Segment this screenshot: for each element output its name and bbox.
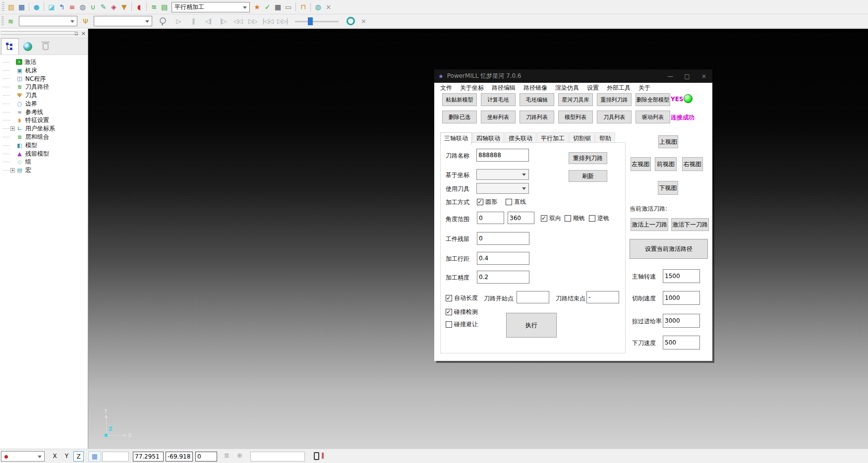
line-checkbox[interactable]: 直线 (506, 198, 526, 206)
close-toolbar-icon[interactable]: × (323, 1, 334, 12)
tree-item[interactable]: + › 激活 (3, 58, 88, 66)
view-right-button[interactable]: 右视图 (682, 157, 703, 171)
toolpath-name-input[interactable] (476, 149, 529, 162)
axis-y-button[interactable]: Y (61, 451, 72, 462)
tool-select-dropdown[interactable] (94, 16, 152, 26)
save-file-icon[interactable]: ▦ (16, 1, 27, 12)
tree-item[interactable]: + ≋ 刀具路径 (3, 83, 88, 91)
rewind-icon[interactable]: ◁◁ (232, 16, 244, 27)
feature-set-icon[interactable]: ▼ (119, 1, 129, 12)
barrels-icon[interactable]: ◍ (313, 1, 323, 12)
clipboard-icon[interactable] (314, 452, 319, 460)
menu-item[interactable]: 设置 (583, 84, 603, 92)
tree-item[interactable]: + ∟ 用户坐标系 (3, 124, 88, 133)
checkbox-box[interactable] (565, 215, 571, 222)
pattern-draw-icon[interactable]: ✎ (98, 1, 109, 12)
tab-web-browser[interactable] (19, 38, 37, 55)
checkbox-box[interactable] (506, 199, 512, 205)
end-point-input[interactable] (586, 291, 619, 303)
auto-length-checkbox[interactable]: 自动长度 (446, 294, 478, 302)
menu-item[interactable]: 关于 (635, 84, 654, 92)
view-top-button[interactable]: 上视图 (658, 135, 678, 148)
stepover-input[interactable] (477, 252, 529, 265)
open-file-icon[interactable]: ▨ (6, 1, 16, 12)
view-left-button[interactable]: 左视图 (631, 157, 651, 171)
climb-mill-checkbox[interactable]: 顺铣 (565, 214, 585, 223)
collision-check-icon[interactable]: ◖ (134, 1, 144, 12)
coordinate-y-input[interactable] (166, 452, 193, 462)
tree-item[interactable]: + ≡ 层和组合 (3, 133, 88, 141)
tree-item[interactable]: + Ψ 刀具 (3, 91, 88, 100)
cutting-feed-input[interactable] (663, 291, 700, 305)
tree-expander-icon[interactable]: + (10, 168, 15, 173)
toolbar-grip[interactable] (1, 16, 4, 26)
tree-item[interactable]: + ◧ 模型 (3, 141, 88, 150)
close-toolbar-icon[interactable]: × (358, 17, 369, 25)
status-input-wide[interactable] (250, 452, 305, 462)
strategy-tab[interactable]: 三轴联动 (440, 132, 472, 145)
collision-avoid-checkbox[interactable]: 碰撞避让 (446, 320, 478, 329)
tab-recycle-bin[interactable] (37, 38, 55, 55)
tolerance-input[interactable] (477, 271, 529, 284)
dialog-action-button[interactable]: 星河刀具库 (558, 93, 593, 106)
skim-feed-input[interactable] (663, 314, 700, 328)
angle-to-input[interactable] (508, 212, 534, 224)
refresh-button[interactable]: 刷新 (569, 170, 607, 182)
dialog-titlebar[interactable]: ★ PowerMILL 忆梦星河 7.0.6 — □ × (434, 69, 712, 83)
tree-item[interactable]: + ○ 边界 (3, 100, 88, 108)
checkbox-box[interactable] (446, 309, 452, 315)
tree-item[interactable]: + ◫ NC程序 (3, 75, 88, 83)
toolpath-check-icon[interactable]: ✓ (262, 1, 273, 12)
strategy-dropdown[interactable]: 平行精加工 (172, 2, 250, 12)
axis-x-button[interactable]: X (50, 451, 60, 462)
close-button[interactable]: × (695, 73, 712, 80)
maximize-button[interactable]: □ (679, 73, 695, 80)
activate-next-button[interactable]: 激活下一刀路 (671, 218, 709, 231)
menu-item[interactable]: 路径镜像 (520, 84, 551, 92)
light-bulb-icon[interactable] (157, 16, 167, 27)
panel-grip[interactable] (1, 33, 78, 35)
separator[interactable] (144, 2, 149, 12)
checkbox-box[interactable] (541, 215, 547, 222)
dialog-action-button[interactable]: 刀路列表 (520, 111, 554, 123)
separator[interactable] (129, 2, 134, 12)
panel-close-icon[interactable]: × (81, 30, 86, 37)
tree-expander-icon[interactable]: + (10, 126, 15, 131)
ruler-icon[interactable]: ▭ (283, 1, 293, 12)
stock-allowance-input[interactable] (477, 232, 529, 245)
rearrange-toolpath-button[interactable]: 重排列刀路 (569, 152, 607, 164)
fast-forward-icon[interactable]: ▷▷ (247, 16, 259, 27)
leads-links-icon[interactable]: ≡ (67, 1, 77, 12)
slider-handle[interactable] (308, 17, 313, 25)
activate-prev-button[interactable]: 激活上一刀路 (631, 218, 668, 231)
dialog-action-button[interactable]: 刀具列表 (597, 111, 632, 123)
step-back-icon[interactable]: ◁| (202, 16, 214, 27)
dialog-action-button[interactable]: 驱动列表 (636, 111, 670, 123)
set-active-path-button[interactable]: 设置当前激活路径 (630, 239, 708, 259)
use-tool-dropdown[interactable] (476, 183, 529, 194)
status-input-small[interactable] (102, 452, 129, 462)
toolpath-select-dropdown[interactable] (19, 16, 77, 26)
play-icon[interactable]: ▷ (173, 16, 184, 27)
sphere-icon[interactable]: ● (31, 1, 42, 12)
tree-item[interactable]: + ◗ 特征设置 (3, 116, 88, 125)
axis-z-button[interactable]: Z (73, 451, 84, 462)
panel-float-icon[interactable]: ▫ (74, 30, 78, 37)
view-bottom-button[interactable]: 下视图 (658, 181, 678, 195)
toolbar-grip[interactable] (2, 2, 4, 12)
view-front-button[interactable]: 前视图 (655, 157, 677, 171)
calculator-icon[interactable]: ▦ (273, 1, 283, 12)
points-icon[interactable]: ◈ (109, 1, 119, 12)
separator[interactable] (293, 2, 298, 12)
dialog-action-button[interactable]: 计算毛坯 (481, 93, 516, 106)
checkbox-box[interactable] (589, 215, 595, 222)
go-start-icon[interactable]: |◁◁ (262, 16, 274, 27)
minimize-button[interactable]: — (662, 73, 679, 80)
angle-from-input[interactable] (477, 212, 504, 224)
collision-detect-checkbox[interactable]: 碰撞检测 (446, 308, 478, 316)
status-dropdown[interactable] (1, 451, 45, 462)
separator[interactable] (42, 2, 46, 12)
tab-explorer-tree[interactable] (1, 38, 19, 55)
circle-checkbox[interactable]: 圆形 (477, 198, 497, 206)
tree-item[interactable]: + ▤ 宏 (3, 166, 88, 174)
